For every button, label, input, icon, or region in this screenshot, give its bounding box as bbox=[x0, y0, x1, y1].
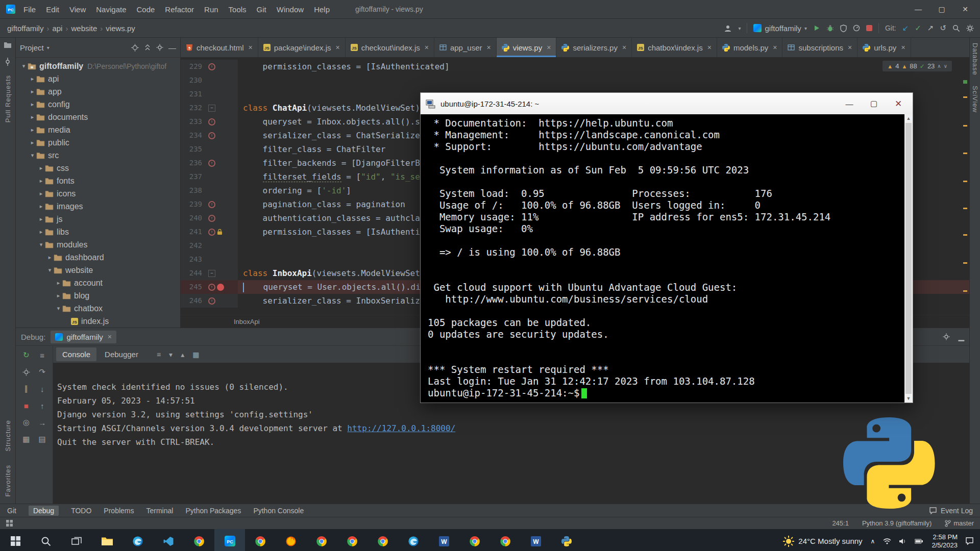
project-tool-icon[interactable] bbox=[4, 42, 12, 48]
tree-item-js[interactable]: ▸js bbox=[16, 213, 180, 226]
override-marker-icon[interactable]: ↑ bbox=[208, 132, 215, 139]
tab-chatbox-index.js[interactable]: JSchatbox\index.js× bbox=[632, 38, 717, 57]
chevron-closed-icon[interactable]: ▸ bbox=[55, 280, 62, 286]
step-out-icon[interactable]: ↑ bbox=[37, 400, 48, 411]
debug-settings-gear-icon[interactable] bbox=[943, 333, 950, 340]
toolwindow-todo[interactable]: TODO bbox=[71, 507, 91, 515]
breadcrumb-giftoffamily[interactable]: giftoffamily bbox=[6, 24, 44, 33]
chevron-closed-icon[interactable]: ▸ bbox=[29, 101, 36, 108]
tree-item-blog[interactable]: ▸blog bbox=[16, 289, 180, 302]
prev-inspection-icon[interactable]: ∧ bbox=[937, 63, 941, 69]
update-project-button[interactable]: ↙ bbox=[902, 23, 909, 33]
terminal-prompt-line[interactable]: ubuntu@ip-172-31-45-214:~$ bbox=[428, 387, 899, 399]
step-over-icon[interactable]: ↷ bbox=[37, 367, 48, 377]
taskbar-edge-1[interactable] bbox=[122, 529, 153, 551]
chevron-closed-icon[interactable]: ▸ bbox=[37, 165, 45, 171]
pause-icon[interactable]: ∥ bbox=[20, 384, 32, 394]
tab-checkout.html[interactable]: 5checkout.html× bbox=[181, 38, 258, 57]
tree-item-public[interactable]: ▸public bbox=[16, 136, 180, 149]
commit-tool-icon[interactable] bbox=[4, 58, 12, 66]
toolwindow-problems[interactable]: Problems bbox=[104, 507, 134, 515]
profiler-button[interactable] bbox=[853, 24, 860, 32]
toolwindow-git[interactable]: Git bbox=[7, 507, 16, 515]
show-execution-point-icon[interactable]: ≡ bbox=[37, 350, 48, 360]
chevron-closed-icon[interactable]: ▸ bbox=[37, 203, 45, 210]
scroll-down-icon[interactable]: ▼ bbox=[906, 394, 911, 403]
view-breakpoints-icon[interactable]: ◎ bbox=[20, 417, 32, 428]
override-marker-icon[interactable]: ↑ bbox=[208, 215, 215, 222]
override-marker-icon[interactable]: ↑ bbox=[208, 284, 215, 291]
tree-item-index.js[interactable]: JSindex.js bbox=[16, 315, 180, 328]
breadcrumb-views.py[interactable]: views.py bbox=[105, 24, 136, 33]
stripe-button-structure[interactable]: Structure bbox=[4, 420, 12, 452]
history-button[interactable]: ↺ bbox=[940, 23, 946, 33]
tree-item-website[interactable]: ▾website bbox=[16, 264, 180, 277]
override-marker-icon[interactable]: ↑ bbox=[208, 297, 215, 305]
tab-close-icon[interactable]: × bbox=[335, 43, 339, 52]
locate-icon[interactable] bbox=[131, 44, 139, 52]
debug-button[interactable] bbox=[826, 24, 834, 32]
collapse-all-icon[interactable] bbox=[144, 44, 151, 51]
chevron-closed-icon[interactable]: ▸ bbox=[55, 292, 62, 299]
tab-package-index.js[interactable]: JSpackage\index.js× bbox=[258, 38, 346, 57]
chevron-open-icon[interactable]: ▾ bbox=[29, 152, 36, 159]
tab-app-user[interactable]: app_user× bbox=[434, 38, 497, 57]
minimize-button[interactable]: — bbox=[906, 0, 930, 18]
breadcrumb-api[interactable]: api bbox=[51, 24, 63, 33]
next-inspection-icon[interactable]: ∨ bbox=[944, 63, 947, 69]
taskbar-firefox[interactable] bbox=[276, 529, 306, 551]
tree-item-account[interactable]: ▸account bbox=[16, 277, 180, 289]
menu-edit[interactable]: Edit bbox=[41, 0, 64, 18]
tree-item-media[interactable]: ▸media bbox=[16, 123, 180, 136]
chevron-closed-icon[interactable]: ▸ bbox=[29, 76, 36, 82]
taskbar-chrome-5[interactable] bbox=[368, 529, 398, 551]
commit-button[interactable]: ✓ bbox=[915, 23, 921, 33]
override-marker-icon[interactable]: ↑ bbox=[208, 63, 215, 70]
tab-close-icon[interactable]: × bbox=[773, 43, 777, 52]
taskbar-chrome-3[interactable] bbox=[306, 529, 337, 551]
coverage-button[interactable] bbox=[840, 24, 847, 32]
taskbar-file-explorer[interactable] bbox=[92, 529, 122, 551]
menu-run[interactable]: Run bbox=[199, 0, 224, 18]
hide-panel-icon[interactable]: — bbox=[168, 43, 176, 52]
scroll-up-icon[interactable]: ▲ bbox=[906, 114, 911, 122]
tree-item-chatbox[interactable]: ▾chatbox bbox=[16, 302, 180, 315]
taskbar-start-button[interactable] bbox=[0, 529, 31, 551]
tab-close-icon[interactable]: × bbox=[547, 43, 551, 52]
menu-git[interactable]: Git bbox=[252, 0, 272, 18]
chevron-open-icon[interactable]: ▾ bbox=[20, 63, 28, 69]
taskbar-pycharm[interactable]: PC bbox=[214, 529, 245, 551]
tree-item-documents[interactable]: ▸documents bbox=[16, 111, 180, 123]
menu-view[interactable]: View bbox=[64, 0, 91, 18]
mute-breakpoints-icon[interactable]: ▦ bbox=[20, 434, 32, 444]
interpreter-selector[interactable]: Python 3.9 (giftoffamily) bbox=[862, 519, 932, 527]
maximize-button[interactable]: ▢ bbox=[930, 0, 953, 18]
git-branch-widget[interactable]: master bbox=[945, 519, 974, 527]
settings-gear-icon[interactable] bbox=[966, 24, 974, 32]
tab-close-icon[interactable]: × bbox=[622, 43, 626, 52]
step-into-icon[interactable]: ↓ bbox=[37, 384, 48, 394]
tab-close-icon[interactable]: × bbox=[487, 43, 491, 52]
override-marker-icon[interactable]: ↑ bbox=[208, 118, 215, 126]
tab-close-icon[interactable]: × bbox=[108, 333, 112, 341]
chevron-closed-icon[interactable]: ▸ bbox=[29, 114, 36, 120]
chevron-closed-icon[interactable]: ▸ bbox=[29, 88, 36, 95]
pull-requests-stripe-button[interactable]: Pull Requests bbox=[4, 75, 12, 122]
taskbar-chrome-4[interactable] bbox=[337, 529, 368, 551]
run-button[interactable] bbox=[813, 24, 820, 32]
tab-checkout-index.js[interactable]: JScheckout\index.js× bbox=[346, 38, 434, 57]
menu-refactor[interactable]: Refactor bbox=[160, 0, 199, 18]
override-marker-icon[interactable]: ↑ bbox=[208, 160, 215, 167]
stripe-button-database[interactable]: Database bbox=[971, 43, 979, 76]
hidden-icons-chevron[interactable]: ∧ bbox=[871, 538, 875, 545]
tree-item-modules[interactable]: ▾modules bbox=[16, 238, 180, 251]
chevron-closed-icon[interactable]: ▸ bbox=[37, 216, 45, 222]
fold-marker-icon[interactable]: − bbox=[208, 270, 215, 277]
chevron-open-icon[interactable]: ▾ bbox=[37, 241, 45, 248]
tab-close-icon[interactable]: × bbox=[848, 43, 852, 52]
tree-item-libs[interactable]: ▸libs bbox=[16, 226, 180, 238]
action-center-icon[interactable] bbox=[966, 537, 974, 545]
menu-window[interactable]: Window bbox=[272, 0, 309, 18]
taskbar-search-button[interactable] bbox=[31, 529, 61, 551]
tree-item-dashboard[interactable]: ▸dashboard bbox=[16, 251, 180, 264]
